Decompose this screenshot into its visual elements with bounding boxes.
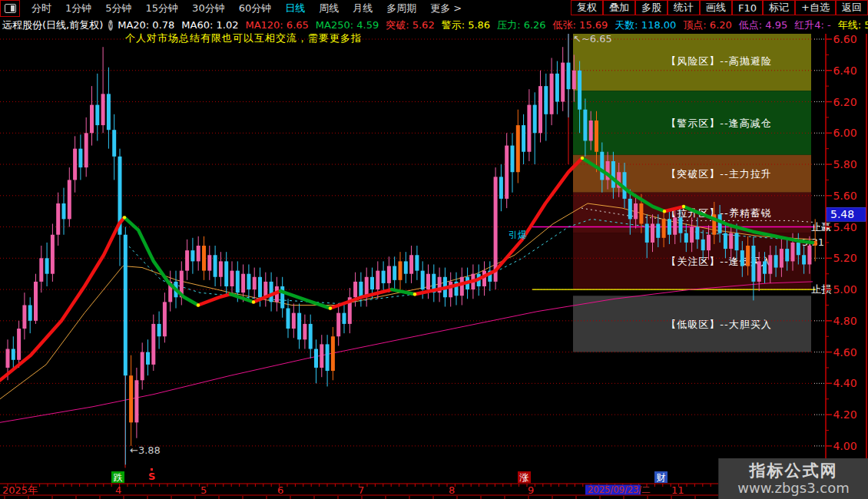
price-tick-label: 6.40 [833, 64, 856, 77]
tab-分时[interactable]: 分时 [25, 2, 58, 15]
price-tick-label: 4.20 [833, 408, 856, 421]
button-多股[interactable]: 多股 [635, 0, 668, 15]
tab-60分钟[interactable]: 60分钟 [232, 2, 279, 15]
turn-dot [663, 210, 666, 213]
indicator-MA20: MA20: 0.78 [118, 19, 174, 31]
price-tick-label: 6.00 [833, 127, 856, 139]
indicator-MA250: MA250: 4.59 [316, 19, 379, 31]
ignite-signal-label: 引爆 [509, 230, 527, 240]
watermark: 指标公式网 www.zbgs3.com [718, 458, 868, 499]
price-tick-label: 4.00 [833, 440, 856, 452]
button-F10[interactable]: F10 [732, 0, 763, 15]
watermark-url: www.zbgs3.com [737, 480, 850, 497]
month-label: 7 [358, 484, 364, 496]
tab-日线[interactable]: 日线 [278, 2, 312, 15]
turn-dot [252, 300, 255, 303]
button-复权[interactable]: 复权 [571, 0, 603, 15]
panel-icon [5, 4, 16, 13]
tab-5分钟[interactable]: 5分钟 [98, 2, 138, 15]
price-tick-label: 6.20 [833, 96, 856, 108]
button-叠加[interactable]: 叠加 [603, 0, 635, 15]
button-标记[interactable]: 标记 [763, 0, 795, 15]
window-panel-icon[interactable] [0, 0, 20, 17]
month-label: 5 [200, 484, 207, 496]
chart-area[interactable]: 【风险区】--高抛避险【警示区】--逢高减仓【突破区】--主力拉升【拉升区】--… [0, 34, 868, 499]
price-tick-label: 5.60 [833, 190, 856, 202]
zone-label: 【低吸区】--大胆买入 [666, 319, 771, 330]
toolbar-buttons: 复权叠加多股统计画线F10标记+自选返回 [571, 0, 868, 17]
turn-dot [413, 292, 416, 296]
button-统计[interactable]: 统计 [668, 0, 700, 15]
svg-text:跌: 跌 [114, 472, 123, 483]
zone-label: 【突破区】--主力拉升 [666, 168, 771, 180]
tab-周线[interactable]: 周线 [312, 2, 346, 15]
month-label: 9 [528, 484, 534, 496]
indicator-低点: 低点: 4.95 [739, 19, 787, 31]
stock-app-window: 分时1分钟5分钟15分钟30分钟60分钟日线周线月线多周期更多 > 复权叠加多股… [0, 0, 868, 499]
button-返回[interactable]: 返回 [836, 0, 868, 15]
indicator-顶点: 顶点: 6.20 [683, 19, 731, 31]
zone-label: 【风险区】--高抛避险 [666, 55, 771, 67]
indicator-警示: 警示: 5.86 [442, 19, 490, 31]
turn-dot [329, 306, 332, 309]
indicator-MA120: MA120: 6.65 [245, 19, 308, 31]
sell-signal-marker: S [148, 471, 155, 482]
period-tabs: 分时1分钟5分钟15分钟30分钟60分钟日线周线月线多周期更多 > [25, 2, 469, 15]
indicator-压力: 压力: 6.26 [497, 19, 545, 31]
price-tick-label: 5.80 [833, 158, 856, 170]
button-画线[interactable]: 画线 [700, 0, 732, 15]
indicator-MA60: MA60: 1.02 [181, 19, 238, 31]
stock-title: 远程股份(日线,前复权) [2, 18, 103, 32]
zone-label: 【警示区】--逢高减仓 [666, 117, 771, 129]
month-label: 11 [671, 484, 684, 496]
high-marker-label: ↖~6.65 [573, 34, 612, 45]
month-label: 8 [449, 484, 455, 496]
strategy-zones: 【风险区】--高抛避险【警示区】--逢高减仓【突破区】--主力拉升【拉升区】--… [573, 34, 811, 352]
tab-1分钟[interactable]: 1分钟 [58, 2, 98, 15]
top-nav: 分时1分钟5分钟15分钟30分钟60分钟日线周线月线多周期更多 > 复权叠加多股… [0, 0, 868, 17]
price-tick-label: 5.20 [833, 252, 856, 264]
turn-dot [581, 157, 584, 160]
year-label: 2025年 [2, 484, 38, 496]
svg-text:2025/09/23/二: 2025/09/23/二 [588, 484, 651, 495]
price-tick-label: 5.00 [833, 283, 856, 296]
tab-15分钟[interactable]: 15分钟 [139, 2, 186, 15]
indicator-天数: 天数: 118.00 [615, 19, 676, 31]
chevron-down-icon[interactable]: v [108, 20, 113, 31]
turn-dot [682, 205, 685, 208]
price-tick-label: 5.40 [833, 221, 856, 233]
indicator-年线: 年线: 5.03 [838, 19, 868, 31]
indicator-values: MA20: 0.78MA60: 1.02MA120: 6.65MA250: 4.… [118, 18, 868, 32]
indicator-红升4: 红升4: - [794, 19, 830, 31]
indicator-突破: 突破: 5.62 [386, 19, 434, 31]
watermark-title: 指标公式网 [750, 461, 838, 480]
price-tick-label: 4.40 [833, 377, 856, 389]
price-tick-label: 4.80 [833, 315, 856, 327]
price-tick-label: 6.60 [833, 34, 856, 45]
turn-dot [197, 303, 200, 306]
month-label: 4 [115, 484, 121, 496]
button-+自选[interactable]: +自选 [795, 0, 836, 15]
tab-多周期[interactable]: 多周期 [379, 2, 423, 15]
indicator-低张: 低张: 15.69 [553, 19, 608, 31]
price-tick-label: 4.60 [833, 346, 856, 359]
user-note-text: 个人对市场总结有限也可以互相交流，需要更多指 [125, 31, 362, 45]
low-marker-label: ←3.88 [130, 444, 161, 456]
zone-label: 【关注区】--逢低买入 [666, 256, 771, 267]
tab-更多 >[interactable]: 更多 > [423, 2, 469, 15]
svg-text:涨: 涨 [519, 472, 529, 483]
month-label: 6 [277, 484, 283, 496]
turn-dot [123, 216, 126, 219]
tab-30分钟[interactable]: 30分钟 [185, 2, 232, 15]
svg-text:5.48: 5.48 [830, 208, 854, 220]
svg-text:财: 财 [657, 472, 666, 483]
tab-月线[interactable]: 月线 [346, 2, 379, 15]
